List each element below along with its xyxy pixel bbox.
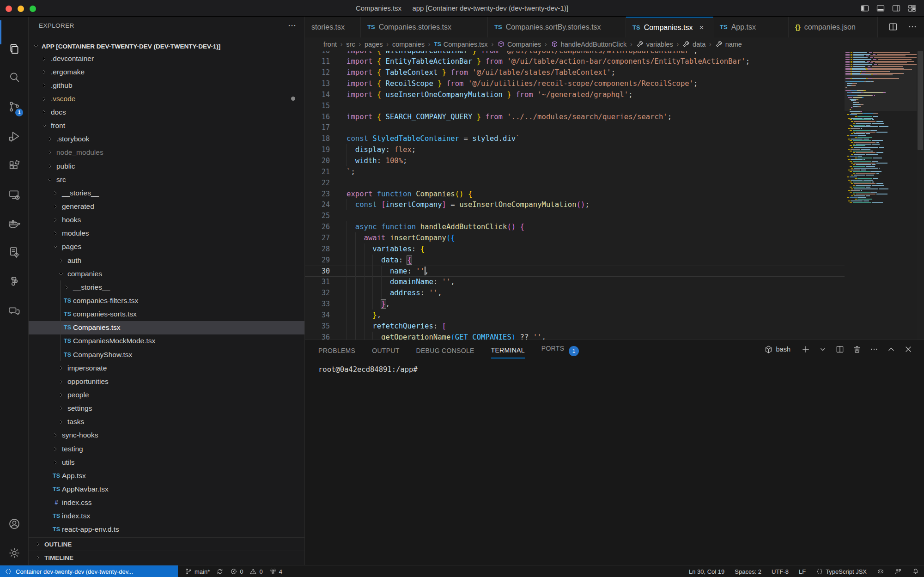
sidebar-section-outline[interactable]: OUTLINE xyxy=(29,537,305,551)
tree-item--stories-[interactable]: __stories__ xyxy=(29,280,305,294)
chevron-up-icon[interactable] xyxy=(887,345,896,354)
shell-selector[interactable]: bash xyxy=(764,345,790,354)
chevron-down-icon[interactable] xyxy=(818,345,827,354)
plus-icon[interactable] xyxy=(801,345,810,354)
tree-item-appnavbar-tsx[interactable]: TSAppNavbar.tsx xyxy=(29,482,305,496)
split-editor-icon[interactable] xyxy=(888,22,898,32)
breadcrumb-item-companies[interactable]: companies xyxy=(392,41,425,48)
tree-item--devcontainer[interactable]: .devcontainer xyxy=(29,52,305,65)
tree-item-src[interactable]: src xyxy=(29,173,305,186)
status-language-mode[interactable]: TypeScript JSX xyxy=(816,568,867,575)
trash-icon[interactable] xyxy=(852,345,862,354)
activity-bar-item-container-tools[interactable] xyxy=(0,241,29,263)
layout-sidebar-left-icon[interactable] xyxy=(860,4,869,13)
panel-tab-output[interactable]: OUTPUT xyxy=(372,347,399,358)
status-notifications[interactable] xyxy=(912,568,919,575)
tree-item-companies-tsx[interactable]: TSCompanies.tsx xyxy=(29,321,305,334)
tree-item--vscode[interactable]: .vscode xyxy=(29,92,305,105)
tree-item-impersonate[interactable]: impersonate xyxy=(29,361,305,375)
breadcrumb-item-front[interactable]: front xyxy=(323,41,337,48)
tree-item-sync-hooks[interactable]: sync-hooks xyxy=(29,429,305,442)
tree-item-people[interactable]: people xyxy=(29,389,305,402)
tree-item-hooks[interactable]: hooks xyxy=(29,213,305,227)
scrollbar-thumb[interactable] xyxy=(918,51,923,150)
status-feedback[interactable] xyxy=(894,568,902,575)
tree-item-opportunities[interactable]: opportunities xyxy=(29,375,305,388)
status-eol[interactable]: LF xyxy=(799,568,806,575)
close-icon[interactable] xyxy=(904,345,913,354)
status-indentation[interactable]: Spaces: 2 xyxy=(735,568,761,575)
breadcrumb-item-data[interactable]: data xyxy=(682,40,705,48)
tree-item-pages[interactable]: pages xyxy=(29,240,305,254)
more-icon[interactable] xyxy=(869,345,879,354)
tree-item-utils[interactable]: utils xyxy=(29,456,305,469)
tree-item-react-app-env-d-ts[interactable]: TSreact-app-env.d.ts xyxy=(29,523,305,536)
layout-sidebar-right-icon[interactable] xyxy=(892,4,901,13)
tree-item-companies[interactable]: companies xyxy=(29,267,305,280)
activity-bar-item-source-control[interactable]: 1 xyxy=(0,96,29,118)
tab-app-tsx[interactable]: TSApp.tsx xyxy=(713,17,789,37)
tree-item-tasks[interactable]: tasks xyxy=(29,415,305,429)
tab-companies-tsx[interactable]: TSCompanies.tsx× xyxy=(626,17,713,37)
status-warnings[interactable]: 0 xyxy=(249,568,262,575)
tree-item-companiesmockmode-tsx[interactable]: TSCompaniesMockMode.tsx xyxy=(29,334,305,348)
activity-bar-item-search[interactable] xyxy=(0,66,29,88)
tree-item-index-css[interactable]: #index.css xyxy=(29,496,305,510)
activity-bar-item-manage[interactable] xyxy=(0,542,29,564)
editor-scrollbar[interactable] xyxy=(917,51,924,340)
code-editor[interactable]: 10import { WithTopBarContainer } from '@… xyxy=(305,51,845,340)
activity-bar-item-figma[interactable] xyxy=(0,271,29,293)
split-panel-icon[interactable] xyxy=(835,345,845,354)
activity-bar-item-chat[interactable] xyxy=(0,300,29,322)
activity-bar-item-docker[interactable] xyxy=(0,213,29,236)
tree-item-front[interactable]: front xyxy=(29,119,305,133)
tree-item-auth[interactable]: auth xyxy=(29,254,305,267)
tree-item-companyshow-tsx[interactable]: TSCompanyShow.tsx xyxy=(29,348,305,361)
tree-item-companies-sorts-tsx[interactable]: TScompanies-sorts.tsx xyxy=(29,308,305,321)
breadcrumb-item-variables[interactable]: variables xyxy=(636,40,673,48)
minimap[interactable] xyxy=(845,51,917,340)
remote-indicator[interactable]: Container dev-twenty-dev (dev-twenty-dev… xyxy=(0,565,178,577)
tab-stories-tsx[interactable]: stories.tsx xyxy=(305,17,361,37)
tab-companies-json[interactable]: {}companies.json xyxy=(789,17,878,37)
tree-item-node-modules[interactable]: node_modules xyxy=(29,146,305,159)
status-errors[interactable]: 0 xyxy=(230,568,243,575)
breadcrumb-item-src[interactable]: src xyxy=(346,41,355,48)
minimap-slider[interactable] xyxy=(845,65,917,111)
tree-item-settings[interactable]: settings xyxy=(29,402,305,415)
tab-companies-stories-tsx[interactable]: TSCompanies.stories.tsx xyxy=(361,17,488,37)
activity-bar-item-run-and-debug[interactable] xyxy=(0,125,29,147)
panel-tab-ports[interactable]: PORTS1 xyxy=(541,345,579,360)
status-cursor-position[interactable]: Ln 30, Col 19 xyxy=(689,568,724,575)
activity-bar-item-extensions[interactable] xyxy=(0,155,29,177)
tree-item-testing[interactable]: testing xyxy=(29,442,305,456)
sidebar-section-timeline[interactable]: TIMELINE xyxy=(29,551,305,564)
activity-bar-item-remote-explorer[interactable] xyxy=(0,184,29,206)
breadcrumb-item-companies[interactable]: Companies xyxy=(497,40,541,48)
panel-tab-problems[interactable]: PROBLEMS xyxy=(318,347,355,358)
tree-item--stories-[interactable]: __stories__ xyxy=(29,186,305,200)
status-encoding[interactable]: UTF-8 xyxy=(772,568,789,575)
status-git-branch[interactable]: main* xyxy=(185,568,210,575)
tree-item-index-tsx[interactable]: TSindex.tsx xyxy=(29,510,305,523)
panel-tab-terminal[interactable]: TERMINAL xyxy=(491,346,525,358)
tree-item--storybook[interactable]: .storybook xyxy=(29,133,305,146)
layout-customize-icon[interactable] xyxy=(907,4,917,13)
layout-panel-icon[interactable] xyxy=(876,4,885,13)
tree-item-app-tsx[interactable]: TSApp.tsx xyxy=(29,469,305,482)
breadcrumb-item-pages[interactable]: pages xyxy=(365,41,383,48)
tree-item--ergomake[interactable]: .ergomake xyxy=(29,65,305,79)
activity-bar-item-accounts[interactable] xyxy=(0,513,29,535)
tree-item-generated[interactable]: generated xyxy=(29,200,305,213)
status-sync-changes[interactable] xyxy=(216,568,224,575)
close-tab-icon[interactable]: × xyxy=(699,23,704,32)
tree-item-public[interactable]: public xyxy=(29,159,305,173)
tree-item-docs[interactable]: docs xyxy=(29,106,305,119)
tree-item--github[interactable]: .github xyxy=(29,79,305,92)
breadcrumb-item-handleaddbuttonclick[interactable]: handleAddButtonClick xyxy=(551,40,627,48)
breadcrumb-item-companies-tsx[interactable]: TSCompanies.tsx xyxy=(434,41,487,48)
tree-item-companies-filters-tsx[interactable]: TScompanies-filters.tsx xyxy=(29,294,305,308)
status-copilot[interactable] xyxy=(877,568,884,575)
activity-bar-item-explorer[interactable] xyxy=(0,38,29,60)
tree-root-folder[interactable]: APP [CONTAINER DEV-TWENTY-DEV (DEV-TWENT… xyxy=(29,40,305,53)
